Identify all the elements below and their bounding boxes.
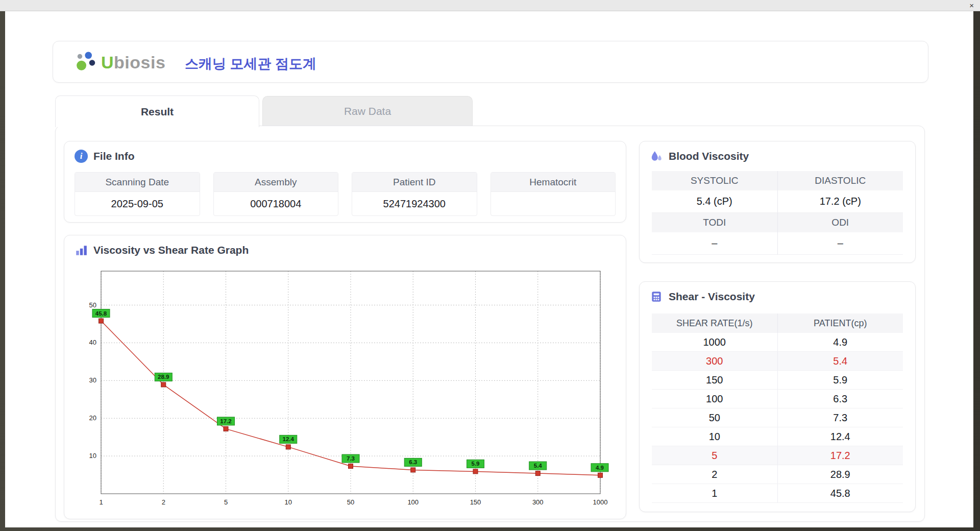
tab-raw-data-label: Raw Data [344, 105, 391, 117]
svg-text:5: 5 [224, 498, 228, 506]
blood-viscosity-card: Blood Viscosity SYSTOLIC DIASTOLIC 5.4 (… [639, 141, 916, 263]
svg-text:1: 1 [99, 498, 103, 506]
shear-rate-value: 50 [652, 408, 777, 427]
svg-text:50: 50 [89, 301, 96, 309]
file-info-title-text: File Info [93, 150, 135, 162]
table-row: 507.3 [652, 408, 903, 427]
shear-viscosity-table: SHEAR RATE(1/s) PATIENT(cp) 10004.93005.… [652, 313, 903, 503]
page-title: 스캐닝 모세관 점도계 [185, 55, 316, 73]
shear-rate-value: 10 [652, 427, 777, 446]
patient-column-header: PATIENT(cp) [777, 313, 903, 333]
field-label: Assembly [214, 173, 338, 192]
patient-viscosity-value: 5.9 [777, 371, 903, 389]
result-panel: i File Info Scanning Date 2025-09-05 Ass… [55, 126, 925, 522]
app-header: Ubiosis 스캐닝 모세관 점도계 [53, 41, 928, 83]
table-row: 517.2 [652, 446, 903, 465]
patient-viscosity-value: 17.2 [777, 446, 903, 465]
systolic-value: 5.4 (cP) [652, 190, 777, 213]
shear-viscosity-card: Shear - Viscosity SHEAR RATE(1/s) PATIEN… [639, 281, 916, 512]
field-hematocrit: Hematocrit [491, 172, 616, 216]
field-label: Hematocrit [491, 173, 616, 192]
todi-label: TODI [652, 213, 777, 232]
field-value: 52471924300 [352, 192, 477, 215]
file-info-fields: Scanning Date 2025-09-05 Assembly 000718… [75, 172, 616, 216]
blood-viscosity-title-text: Blood Viscosity [669, 150, 749, 162]
blood-viscosity-table: SYSTOLIC DIASTOLIC 5.4 (cP) 17.2 (cP) TO… [652, 171, 903, 255]
logo-dots-icon [75, 51, 98, 74]
svg-text:100: 100 [407, 498, 419, 506]
app-window: Ubiosis 스캐닝 모세관 점도계 Result Raw Data i Fi… [5, 11, 973, 527]
close-icon[interactable]: × [969, 1, 974, 11]
diastolic-label: DIASTOLIC [777, 171, 903, 190]
blood-viscosity-title: Blood Viscosity [650, 150, 749, 163]
desktop-background: × Ubiosis 스캐닝 모세관 점도계 Result Raw Data [0, 0, 980, 531]
patient-viscosity-value: 45.8 [777, 484, 903, 502]
table-row: – – [652, 232, 903, 255]
shear-rate-value: 150 [652, 371, 777, 389]
shear-rate-value: 1 [652, 484, 777, 502]
odi-label: ODI [777, 213, 903, 232]
patient-viscosity-value: 5.4 [777, 352, 903, 370]
field-label: Scanning Date [75, 173, 200, 192]
svg-text:30: 30 [89, 376, 96, 384]
patient-viscosity-value: 12.4 [777, 427, 903, 446]
ubiosis-logo: Ubiosis [75, 51, 165, 74]
shear-viscosity-title: Shear - Viscosity [650, 290, 755, 303]
field-label: Patient ID [352, 173, 477, 192]
svg-text:10: 10 [89, 452, 96, 460]
table-row: TODI ODI [652, 213, 903, 232]
patient-viscosity-value: 4.9 [777, 333, 903, 351]
shear-table-body: 10004.93005.41505.91006.3507.31012.4517.… [652, 333, 903, 503]
table-row: 145.8 [652, 484, 903, 503]
svg-text:150: 150 [470, 498, 481, 506]
field-value: 2025-09-05 [75, 192, 200, 215]
table-row: 1006.3 [652, 390, 903, 408]
field-value: 000718004 [214, 192, 338, 215]
svg-text:7.3: 7.3 [347, 455, 355, 462]
shear-rate-value: 5 [652, 446, 777, 465]
patient-viscosity-value: 6.3 [777, 390, 903, 408]
field-scanning-date: Scanning Date 2025-09-05 [75, 172, 200, 216]
table-row: 3005.4 [652, 352, 903, 371]
svg-text:10: 10 [285, 498, 292, 506]
droplet-icon [650, 150, 663, 163]
svg-text:28.9: 28.9 [158, 374, 169, 380]
graph-title-text: Viscosity vs Shear Rate Graph [93, 244, 249, 256]
svg-text:5.9: 5.9 [472, 461, 480, 467]
diastolic-value: 17.2 (cP) [777, 190, 903, 213]
svg-text:40: 40 [89, 339, 96, 346]
shear-rate-value: 2 [652, 465, 777, 484]
file-info-card: i File Info Scanning Date 2025-09-05 Ass… [64, 141, 626, 223]
graph-title: Viscosity vs Shear Rate Graph [75, 244, 249, 257]
patient-viscosity-value: 28.9 [777, 465, 903, 484]
svg-text:6.3: 6.3 [409, 459, 417, 465]
logo-text: Ubiosis [101, 53, 165, 73]
svg-text:2: 2 [162, 498, 165, 506]
svg-text:1000: 1000 [593, 498, 608, 506]
bar-chart-icon [75, 244, 88, 257]
svg-text:4.9: 4.9 [596, 465, 604, 471]
table-row: 10004.9 [652, 333, 903, 352]
svg-text:50: 50 [347, 498, 354, 506]
shear-rate-value: 300 [652, 352, 777, 370]
table-row: 228.9 [652, 465, 903, 484]
field-patient-id: Patient ID 52471924300 [352, 172, 477, 216]
shear-viscosity-title-text: Shear - Viscosity [669, 291, 755, 303]
svg-text:5.4: 5.4 [534, 463, 543, 469]
patient-viscosity-value: 7.3 [777, 408, 903, 427]
svg-text:300: 300 [532, 498, 544, 506]
tab-raw-data[interactable]: Raw Data [262, 96, 473, 126]
table-row: 1012.4 [652, 427, 903, 446]
table-row: 1505.9 [652, 371, 903, 390]
svg-text:20: 20 [89, 414, 96, 422]
tab-result[interactable]: Result [55, 95, 259, 127]
field-assembly: Assembly 000718004 [213, 172, 339, 216]
viscosity-chart: 10203040501251050100150300100045.828.917… [79, 265, 609, 510]
table-header-row: SHEAR RATE(1/s) PATIENT(cp) [652, 313, 903, 333]
file-info-title: i File Info [75, 150, 135, 163]
tab-result-label: Result [141, 106, 174, 118]
info-icon: i [75, 150, 88, 163]
viscosity-graph-card: Viscosity vs Shear Rate Graph 1020304050… [64, 235, 626, 519]
calculator-icon [650, 290, 663, 303]
shear-rate-column-header: SHEAR RATE(1/s) [652, 313, 777, 333]
